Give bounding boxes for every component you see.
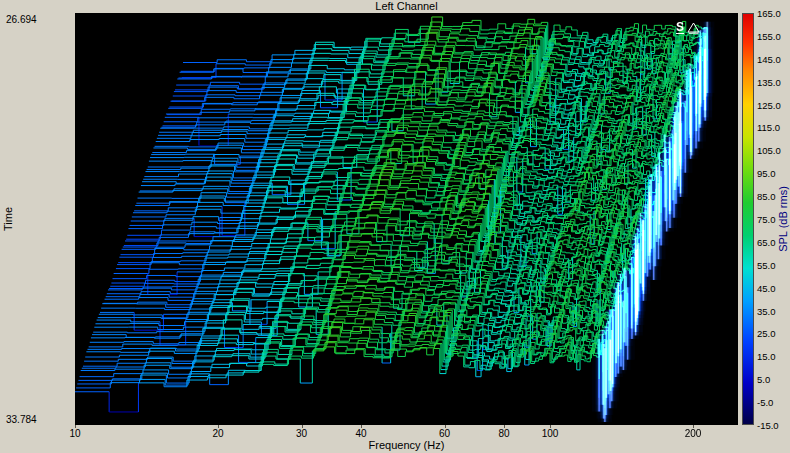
- plot-title: Left Channel: [75, 0, 738, 13]
- freq-tick-label: 100: [542, 428, 559, 439]
- freq-axis-label: Frequency (Hz): [75, 439, 738, 451]
- freq-tick-label: 20: [212, 428, 223, 439]
- waterfall-canvas[interactable]: [75, 13, 738, 425]
- time-axis: Time: [0, 13, 16, 425]
- colorbar-tick-label: -5.0: [757, 397, 773, 408]
- colorbar-tick-label: 75.0: [757, 214, 776, 225]
- colorbar-tick-label: 5.0: [757, 374, 770, 385]
- colorbar: [742, 13, 754, 425]
- colorbar-tick-label: 85.0: [757, 191, 776, 202]
- colorbar-tick-label: 25.0: [757, 328, 776, 339]
- slope-triangle-icon: [687, 22, 700, 34]
- spl-axis: SPL (dB rms): [775, 13, 790, 425]
- colorbar-tick-label: 55.0: [757, 260, 776, 271]
- waterfall-window: Left Channel S 26.694 33.784 Time 102030…: [0, 0, 790, 453]
- overlay-tool-icon[interactable]: S: [676, 21, 700, 34]
- colorbar-tick-label: 15.0: [757, 351, 776, 362]
- plot-area[interactable]: S: [75, 13, 738, 425]
- freq-tick-row: 102030406080100200: [75, 427, 738, 439]
- colorbar-tick-label: 45.0: [757, 283, 776, 294]
- colorbar-tick-label: 95.0: [757, 168, 776, 179]
- freq-tick-label: 30: [296, 428, 307, 439]
- time-axis-label: Time: [2, 207, 14, 231]
- colorbar-tick-label: 65.0: [757, 237, 776, 248]
- freq-tick-label: 200: [685, 428, 702, 439]
- freq-tick-label: 10: [69, 428, 80, 439]
- freq-tick-label: 40: [355, 428, 366, 439]
- colorbar-tick-label: 35.0: [757, 306, 776, 317]
- freq-tick-label: 60: [439, 428, 450, 439]
- s-icon: S: [676, 21, 684, 34]
- spl-axis-label: SPL (dB rms): [777, 186, 789, 252]
- freq-tick-label: 80: [498, 428, 509, 439]
